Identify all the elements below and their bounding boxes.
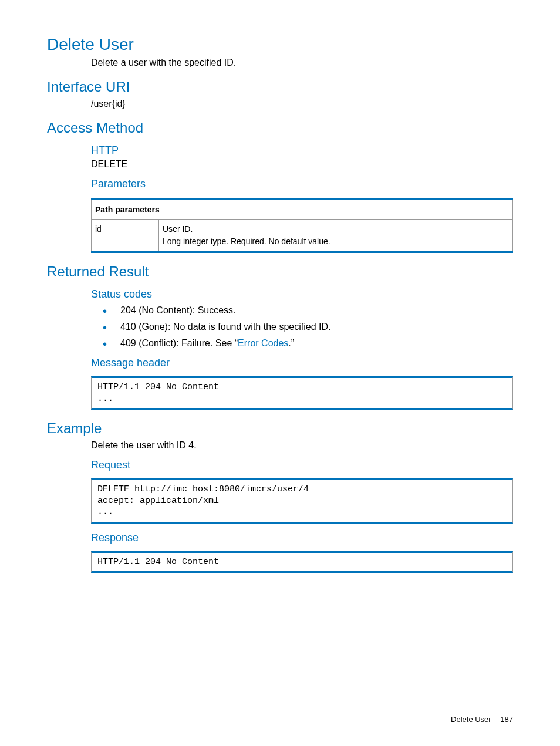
status-codes-list: 204 (No Content): Success. 410 (Gone): N… <box>103 305 513 349</box>
param-name: id <box>92 220 159 252</box>
parameters-table: Path parameters id User ID. Long integer… <box>91 198 513 253</box>
footer-page: 187 <box>500 715 513 724</box>
http-value: DELETE <box>91 159 513 170</box>
page-title: Delete User <box>47 35 513 54</box>
list-item: 204 (No Content): Success. <box>103 305 513 316</box>
list-item: 410 (Gone): No data is found with the sp… <box>103 322 513 332</box>
table-row: id User ID. Long integer type. Required.… <box>92 220 513 252</box>
footer-section: Delete User <box>451 715 491 724</box>
interface-uri-value: /user{id} <box>91 99 513 109</box>
example-heading: Example <box>47 420 513 437</box>
response-code: HTTP/1.1 204 No Content <box>91 551 513 573</box>
request-heading: Request <box>91 459 513 471</box>
message-header-code: HTTP/1.1 204 No Content ... <box>91 376 513 410</box>
response-heading: Response <box>91 532 513 544</box>
example-intro: Delete the user with ID 4. <box>91 440 513 451</box>
http-heading: HTTP <box>91 144 513 157</box>
status-codes-heading: Status codes <box>91 288 513 301</box>
list-item: 409 (Conflict): Failure. See “Error Code… <box>103 338 513 349</box>
error-codes-link[interactable]: Error Codes <box>238 338 288 348</box>
request-code: DELETE http://imc_host:8080/imcrs/user/4… <box>91 478 513 524</box>
message-header-heading: Message header <box>91 357 513 369</box>
param-desc: User ID. Long integer type. Required. No… <box>159 220 513 252</box>
interface-uri-heading: Interface URI <box>47 79 513 95</box>
returned-result-heading: Returned Result <box>47 264 513 280</box>
page-footer: Delete User 187 <box>451 715 513 724</box>
access-method-heading: Access Method <box>47 120 513 136</box>
parameters-heading: Parameters <box>91 178 513 190</box>
intro-text: Delete a user with the specified ID. <box>91 58 513 68</box>
table-header: Path parameters <box>92 200 513 220</box>
